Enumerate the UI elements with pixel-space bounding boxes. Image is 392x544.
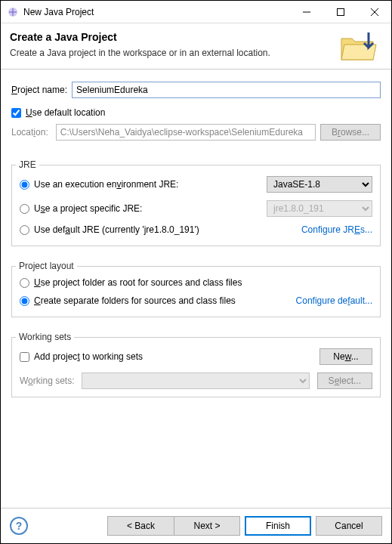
- cancel-button[interactable]: Cancel: [316, 516, 382, 536]
- working-sets-list-label: Working sets:: [20, 376, 74, 386]
- page-title: Create a Java Project: [10, 31, 337, 43]
- configure-default-link[interactable]: Configure default...: [296, 295, 372, 306]
- jre-group-label: JRE: [16, 159, 39, 170]
- maximize-button[interactable]: [323, 1, 357, 23]
- working-sets-label: Working sets: [16, 332, 74, 342]
- layout-root-label: Use project folder as root for sources a…: [34, 277, 372, 288]
- layout-separate-label: Create separate folders for sources and …: [34, 295, 296, 306]
- working-sets-select: [82, 372, 309, 389]
- working-sets-group: Working sets Add project to working sets…: [11, 326, 381, 397]
- dialog-window: New Java Project Create a Java Project C…: [0, 0, 392, 544]
- select-working-sets-button: Select...: [317, 372, 372, 389]
- wizard-icon: [7, 6, 19, 18]
- browse-button: Browse...: [320, 124, 381, 141]
- svg-rect-2: [337, 8, 344, 15]
- project-layout-label: Project layout: [16, 261, 77, 271]
- page-description: Create a Java project in the workspace o…: [10, 48, 337, 58]
- jre-project-specific-radio[interactable]: [20, 204, 29, 214]
- layout-root-radio[interactable]: [20, 278, 29, 288]
- help-button[interactable]: ?: [10, 517, 28, 535]
- jre-execution-env-radio[interactable]: [20, 180, 29, 190]
- location-input: [56, 124, 316, 141]
- add-to-working-sets-label: Add project to working sets: [34, 351, 319, 362]
- configure-jres-link[interactable]: Configure JREs...: [301, 224, 372, 235]
- use-default-location-label: Use default location: [26, 107, 105, 118]
- close-button[interactable]: [357, 1, 391, 23]
- location-label: Location:: [11, 127, 48, 138]
- jre-execution-env-label: Use an execution environment JRE:: [34, 179, 267, 190]
- new-working-set-button[interactable]: New...: [319, 348, 372, 365]
- minimize-button[interactable]: [289, 1, 323, 23]
- titlebar-controls: [289, 1, 391, 23]
- dialog-header: Create a Java Project Create a Java proj…: [1, 23, 391, 70]
- finish-button[interactable]: Finish: [245, 516, 311, 536]
- jre-project-specific-select: jre1.8.0_191: [267, 200, 372, 217]
- next-button[interactable]: Next >: [174, 516, 240, 536]
- project-name-input[interactable]: [72, 82, 381, 98]
- jre-default-label: Use default JRE (currently 'jre1.8.0_191…: [34, 224, 301, 235]
- jre-execution-env-select[interactable]: JavaSE-1.8: [267, 176, 372, 193]
- project-name-label: Project name:: [11, 85, 67, 95]
- folder-wizard-icon: [337, 31, 382, 63]
- dialog-content: Project name: Use default location Locat…: [1, 70, 391, 508]
- jre-group: JRE Use an execution environment JRE: Ja…: [11, 154, 381, 246]
- jre-default-radio[interactable]: [20, 225, 29, 235]
- use-default-location-checkbox[interactable]: [11, 108, 21, 118]
- layout-separate-radio[interactable]: [20, 296, 29, 306]
- add-to-working-sets-checkbox[interactable]: [20, 352, 29, 362]
- project-layout-group: Project layout Use project folder as roo…: [11, 255, 381, 317]
- titlebar: New Java Project: [1, 1, 391, 23]
- dialog-footer: ? < Back Next > Finish Cancel: [1, 508, 391, 543]
- back-button[interactable]: < Back: [107, 516, 174, 536]
- titlebar-text: New Java Project: [23, 7, 289, 17]
- jre-project-specific-label: Use a project specific JRE:: [34, 203, 267, 214]
